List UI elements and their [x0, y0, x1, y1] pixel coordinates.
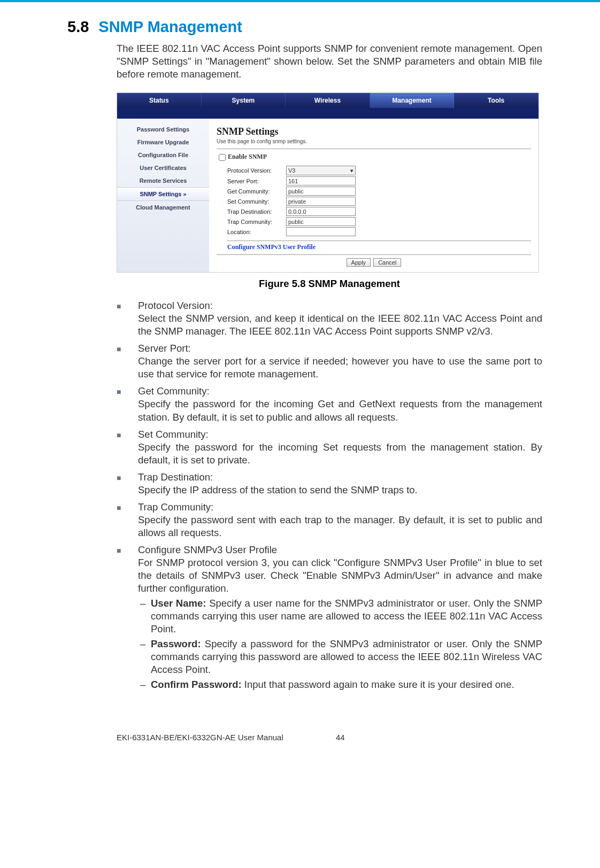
apply-button[interactable]: Apply: [347, 258, 371, 267]
sidebar-cloud[interactable]: Cloud Management: [117, 201, 209, 214]
sub-label: User Name:: [151, 598, 206, 609]
section-title: SNMP Management: [98, 18, 242, 36]
dash-icon: –: [138, 638, 151, 676]
square-bullet-icon: ■: [117, 342, 138, 381]
tab-management[interactable]: Management: [370, 93, 455, 108]
item-title: Server Port:: [138, 342, 542, 355]
chevron-down-icon: ▾: [350, 167, 353, 174]
sidebar-snmp[interactable]: SNMP Settings: [117, 187, 209, 201]
screenshot-main: SNMP Settings Use this page to config sn…: [209, 119, 539, 272]
get-community-label: Get Community:: [217, 188, 286, 195]
sub-text: Specify a user name for the SNMPv3 admin…: [151, 598, 542, 634]
footer-manual-name: EKI-6331AN-BE/EKI-6332GN-AE User Manual: [117, 733, 336, 742]
sidebar-certs[interactable]: User Certificates: [117, 161, 209, 174]
set-community-input[interactable]: private: [286, 197, 356, 206]
item-title: Trap Community:: [138, 501, 542, 514]
server-port-input[interactable]: 161: [286, 176, 356, 185]
location-label: Location:: [217, 229, 286, 235]
item-desc: Select the SNMP version, and keep it ide…: [138, 313, 542, 337]
item-desc: Change the server port for a service if …: [138, 355, 542, 379]
list-item: ■ Protocol Version:Select the SNMP versi…: [117, 299, 542, 338]
sidebar-firmware[interactable]: Firmware Upgrade: [117, 136, 209, 149]
item-title: Protocol Version:: [138, 299, 542, 312]
sub-label: Password:: [151, 638, 201, 649]
sub-item: –Password: Specify a password for the SN…: [138, 638, 542, 676]
trap-community-input[interactable]: public: [286, 217, 356, 226]
sidebar-password[interactable]: Password Settings: [117, 123, 209, 136]
square-bullet-icon: ■: [117, 428, 138, 467]
snmp-screenshot: Status System Wireless Management Tools …: [117, 92, 539, 273]
screenshot-bluebar: [117, 108, 539, 119]
trap-destination-label: Trap Destination:: [217, 208, 286, 215]
list-item: ■ Get Community:Specify the password for…: [117, 385, 542, 423]
sub-text: Input that password again to make sure i…: [242, 679, 514, 690]
location-input[interactable]: [286, 227, 356, 236]
screenshot-sidebar: Password Settings Firmware Upgrade Confi…: [117, 119, 209, 272]
configure-snmpv3-link[interactable]: Configure SNMPv3 User Profile: [227, 241, 531, 251]
list-item: ■ Server Port:Change the server port for…: [117, 342, 542, 381]
tab-tools[interactable]: Tools: [454, 93, 539, 108]
item-title: Configure SNMPv3 User Profile: [138, 544, 542, 556]
protocol-version-select[interactable]: V3▾: [286, 166, 356, 175]
item-desc: Specify the password sent with each trap…: [138, 514, 542, 538]
list-item: ■ Trap Destination:Specify the IP addres…: [117, 471, 542, 497]
intro-paragraph: The IEEE 802.11n VAC Access Point suppor…: [117, 42, 542, 81]
sub-item: –User Name: Specify a user name for the …: [138, 597, 542, 636]
section-number: 5.8: [67, 18, 89, 36]
item-title: Set Community:: [138, 428, 542, 441]
figure-caption: Figure 5.8 SNMP Management: [117, 278, 542, 290]
sidebar-config[interactable]: Configuration File: [117, 149, 209, 161]
square-bullet-icon: ■: [117, 471, 138, 497]
footer-page-number: 44: [336, 733, 345, 742]
page-footer: EKI-6331AN-BE/EKI-6332GN-AE User Manual …: [0, 733, 600, 758]
square-bullet-icon: ■: [117, 501, 138, 539]
square-bullet-icon: ■: [117, 544, 138, 692]
get-community-input[interactable]: public: [286, 187, 356, 196]
panel-buttons: Apply Cancel: [217, 258, 531, 267]
cancel-button[interactable]: Cancel: [373, 258, 401, 267]
square-bullet-icon: ■: [117, 299, 138, 338]
panel-title: SNMP Settings: [217, 126, 531, 137]
sub-item: –Confirm Password: Input that password a…: [138, 678, 542, 691]
protocol-version-label: Protocol Version:: [217, 167, 286, 174]
tab-wireless[interactable]: Wireless: [286, 93, 370, 108]
enable-snmp-row: Enable SNMP: [217, 152, 531, 162]
section-heading: 5.8 SNMP Management: [67, 18, 542, 36]
item-title: Trap Destination:: [138, 471, 542, 484]
item-desc: Specify the IP address of the station to…: [138, 484, 418, 495]
bullet-list: ■ Protocol Version:Select the SNMP versi…: [117, 299, 542, 691]
figure-wrap: Status System Wireless Management Tools …: [117, 92, 542, 273]
panel-subtitle: Use this page to config snmp settings.: [217, 138, 531, 144]
tab-system[interactable]: System: [202, 93, 286, 108]
list-item: ■ Configure SNMPv3 User Profile For SNMP…: [117, 544, 542, 692]
dash-icon: –: [138, 678, 151, 691]
sidebar-remote[interactable]: Remote Services: [117, 174, 209, 187]
set-community-label: Set Community:: [217, 198, 286, 205]
item-desc: Specify the password for the incoming Se…: [138, 441, 542, 466]
list-item: ■ Trap Community:Specify the password se…: [117, 501, 542, 539]
list-item: ■ Set Community:Specify the password for…: [117, 428, 542, 467]
item-title: Get Community:: [138, 385, 542, 398]
enable-snmp-label: Enable SNMP: [228, 153, 267, 160]
sub-text: Specify a password for the SNMPv3 admini…: [151, 638, 542, 675]
item-desc: Specify the password for the incoming Ge…: [138, 398, 542, 422]
item-desc: For SNMP protocol version 3, you can cli…: [138, 557, 542, 594]
tab-status[interactable]: Status: [117, 93, 202, 108]
square-bullet-icon: ■: [117, 385, 138, 423]
server-port-label: Server Port:: [217, 178, 286, 184]
trap-destination-input[interactable]: 0.0.0.0: [286, 207, 356, 216]
sub-label: Confirm Password:: [151, 679, 242, 690]
dash-icon: –: [138, 597, 151, 636]
page-content: 5.8 SNMP Management The IEEE 802.11n VAC…: [0, 2, 600, 706]
screenshot-tabs: Status System Wireless Management Tools: [117, 93, 539, 108]
screenshot-body: Password Settings Firmware Upgrade Confi…: [117, 119, 539, 272]
trap-community-label: Trap Community:: [217, 219, 286, 225]
enable-snmp-checkbox[interactable]: [219, 154, 226, 161]
